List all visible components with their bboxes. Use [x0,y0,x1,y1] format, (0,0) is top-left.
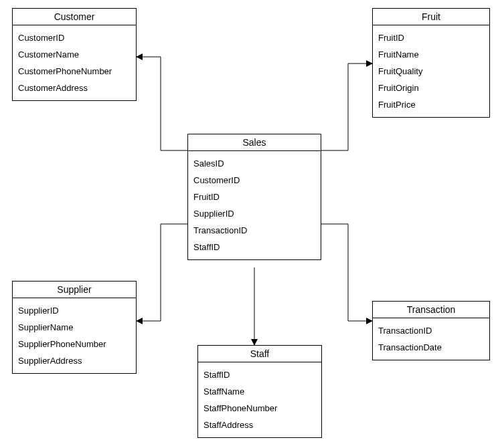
attr: SupplierID [18,302,131,319]
entity-attrs: SalesID CustomerID FruitID SupplierID Tr… [188,151,321,259]
entity-sales: Sales SalesID CustomerID FruitID Supplie… [187,134,321,260]
entity-customer: Customer CustomerID CustomerName Custome… [12,8,137,101]
attr: TransactionID [193,222,315,239]
attr: FruitQuality [378,63,484,80]
entity-attrs: SupplierID SupplierName SupplierPhoneNum… [13,298,136,373]
attr: FruitID [193,189,315,205]
attr: CustomerID [18,29,131,46]
attr: CustomerAddress [18,80,131,96]
attr: FruitPrice [378,96,484,113]
attr: FruitName [378,46,484,63]
attr: SupplierPhoneNumber [18,336,131,352]
attr: StaffName [203,383,316,400]
attr: FruitID [378,29,484,46]
attr: CustomerPhoneNumber [18,63,131,80]
attr: FruitOrigin [378,80,484,96]
attr: TransactionDate [378,339,484,356]
entity-title: Fruit [373,9,489,25]
entity-fruit: Fruit FruitID FruitName FruitQuality Fru… [372,8,490,118]
entity-attrs: StaffID StaffName StaffPhoneNumber Staff… [198,362,321,437]
entity-supplier: Supplier SupplierID SupplierName Supplie… [12,281,137,374]
attr: StaffPhoneNumber [203,400,316,417]
entity-attrs: CustomerID CustomerName CustomerPhoneNum… [13,25,136,100]
attr: StaffAddress [203,417,316,433]
attr: StaffID [203,366,316,383]
entity-title: Customer [13,9,136,25]
attr: CustomerID [193,172,315,189]
attr: SupplierName [18,319,131,336]
entity-staff: Staff StaffID StaffName StaffPhoneNumber… [197,345,322,438]
attr: SupplierAddress [18,352,131,369]
entity-transaction: Transaction TransactionID TransactionDat… [372,301,490,360]
entity-title: Staff [198,346,321,362]
attr: CustomerName [18,46,131,63]
entity-title: Supplier [13,282,136,298]
attr: SalesID [193,155,315,172]
attr: TransactionID [378,322,484,339]
entity-attrs: FruitID FruitName FruitQuality FruitOrig… [373,25,489,117]
entity-title: Sales [188,134,321,151]
entity-attrs: TransactionID TransactionDate [373,318,489,360]
entity-title: Transaction [373,302,489,318]
attr: StaffID [193,239,315,255]
attr: SupplierID [193,205,315,222]
